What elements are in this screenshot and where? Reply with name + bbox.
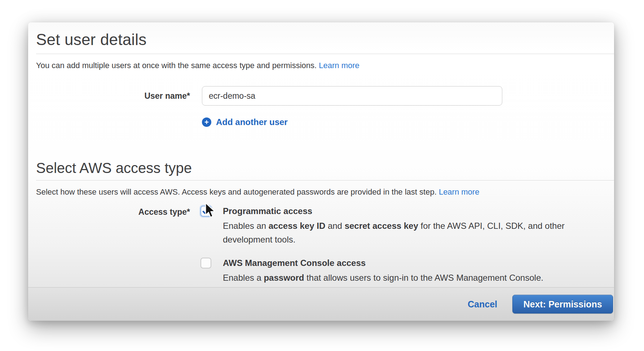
desc-part-bold: access key ID [269,221,325,231]
option-text-block: AWS Management Console access Enables a … [223,257,578,285]
learn-more-link-access-type[interactable]: Learn more [439,187,480,196]
console-access-description: Enables a password that allows users to … [223,271,578,285]
access-type-label: Access type* [36,205,190,217]
programmatic-access-title: Programmatic access [223,205,578,217]
panel-content: Set user details You can add multiple us… [28,22,614,285]
add-another-user-button[interactable]: + Add another user [202,117,288,127]
learn-more-link-user-details[interactable]: Learn more [319,61,360,70]
option-programmatic-access: Programmatic access Enables an access ke… [202,205,614,246]
desc-part: that allows users to sign-in to the AWS … [304,273,543,283]
add-another-user-label: Add another user [216,117,288,127]
programmatic-access-checkbox[interactable] [200,206,211,217]
access-type-options: Programmatic access Enables an access ke… [202,205,614,285]
checkmark-icon [202,207,210,215]
access-section-description-text: Select how these users will access AWS. … [36,187,439,196]
add-user-panel: Set user details You can add multiple us… [28,22,614,321]
user-name-row: User name* [36,86,614,106]
add-another-user-row: + Add another user [36,117,614,127]
console-access-title: AWS Management Console access [223,257,578,269]
user-details-description: You can add multiple users at once with … [36,60,614,71]
desc-part-bold: secret access key [345,221,418,231]
user-name-input[interactable] [202,86,502,106]
programmatic-access-description: Enables an access key ID and secret acce… [223,219,578,246]
user-name-label: User name* [36,91,190,101]
access-section-divider [36,180,614,181]
desc-part: and [325,221,344,231]
access-section-description: Select how these users will access AWS. … [36,187,614,197]
next-permissions-button[interactable]: Next: Permissions [512,295,613,314]
desc-part-bold: password [264,273,304,283]
option-text-block: Programmatic access Enables an access ke… [223,205,578,246]
console-access-checkbox[interactable] [200,258,211,268]
option-console-access: AWS Management Console access Enables a … [202,257,614,285]
user-details-description-text: You can add multiple users at once with … [36,61,319,70]
wizard-footer: Cancel Next: Permissions [28,287,614,321]
title-divider [36,54,614,54]
desc-part: Enables an [223,221,269,231]
plus-circle-icon: + [202,117,211,127]
spacer [36,117,190,127]
access-type-row: Access type* Programmatic access Enables… [36,205,614,285]
page-title: Set user details [36,30,614,50]
access-type-section-title: Select AWS access type [36,159,614,177]
desc-part: Enables a [223,273,264,283]
cancel-button[interactable]: Cancel [468,299,497,310]
